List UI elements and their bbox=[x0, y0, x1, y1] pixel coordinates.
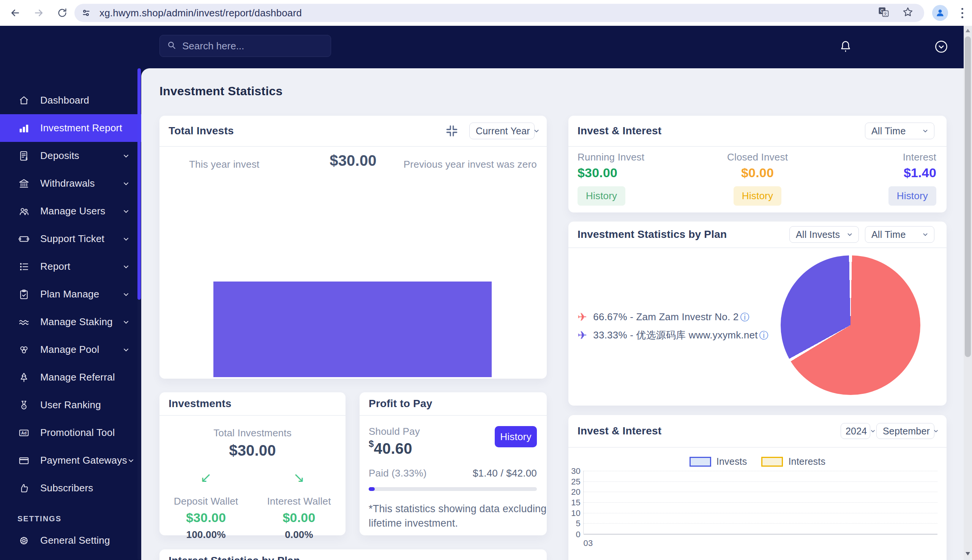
sidebar-item-withdrawals[interactable]: Withdrawals bbox=[0, 170, 141, 197]
sidebar-item-label: Plan Manage bbox=[40, 288, 99, 300]
month-select[interactable]: September bbox=[876, 423, 934, 439]
period-select[interactable]: Current Year bbox=[469, 123, 534, 139]
bookmark-star-icon[interactable] bbox=[902, 7, 914, 19]
chevron-down-icon bbox=[122, 235, 130, 243]
chevron-down-icon bbox=[122, 180, 130, 187]
tree-icon bbox=[17, 371, 30, 384]
card-title: Total Invests bbox=[169, 125, 234, 137]
card-title: Profit to Pay bbox=[369, 398, 433, 410]
wallet-label: Interest Wallet bbox=[252, 495, 346, 507]
search-input[interactable] bbox=[182, 40, 324, 52]
search-bar[interactable] bbox=[159, 35, 331, 57]
stat-label: Closed Invest bbox=[727, 152, 788, 163]
site-settings-icon[interactable] bbox=[81, 8, 91, 18]
sidebar-item-user-ranking[interactable]: User Ranking bbox=[0, 391, 141, 419]
notifications-bell-icon[interactable] bbox=[839, 40, 852, 55]
svg-text:$: $ bbox=[25, 156, 28, 160]
url-text[interactable]: xg.hwym.shop/admin/invest/report/dashboa… bbox=[100, 7, 302, 19]
plan-legend-text: 33.33% - 优选源码库 www.yxymk.net bbox=[593, 328, 758, 342]
ticket-icon bbox=[17, 233, 30, 245]
browser-menu-icon[interactable] bbox=[955, 6, 969, 20]
page-scrollbar-thumb[interactable] bbox=[965, 37, 971, 357]
year-select[interactable]: 2024 bbox=[841, 423, 870, 439]
sidebar-item-manage-pool[interactable]: Manage Pool bbox=[0, 336, 141, 363]
sidebar-item-subscribers[interactable]: Subscribers bbox=[0, 474, 141, 502]
home-icon bbox=[17, 94, 30, 107]
sidebar-item-investment-report[interactable]: Investment Report bbox=[0, 114, 141, 142]
chevron-down-icon bbox=[127, 457, 135, 464]
scrollbar-down-arrow[interactable] bbox=[965, 552, 970, 555]
forward-icon[interactable] bbox=[30, 0, 47, 26]
chevron-down-icon bbox=[122, 208, 130, 215]
sidebar-item-support-ticket[interactable]: Support Ticket bbox=[0, 225, 141, 253]
browser-chrome: xg.hwym.shop/admin/invest/report/dashboa… bbox=[0, 0, 972, 26]
total-invests-card: Total Invests Current Year This year inv… bbox=[159, 116, 547, 378]
main-content: Investment Statistics Total Invests Curr… bbox=[141, 68, 964, 560]
arrow-down-right-icon: ↘ bbox=[252, 470, 346, 486]
wallet-value: $0.00 bbox=[252, 510, 346, 525]
sidebar-item-manage-referral[interactable]: Manage Referral bbox=[0, 363, 141, 391]
history-button[interactable]: History bbox=[495, 426, 537, 447]
sidebar-item-deposits[interactable]: $ Deposits bbox=[0, 142, 141, 170]
wallet-label: Deposit Wallet bbox=[159, 495, 252, 507]
credit-card-icon bbox=[17, 454, 30, 467]
profile-dropdown-icon[interactable] bbox=[934, 40, 949, 55]
bar-chart-icon bbox=[17, 122, 30, 135]
users-icon bbox=[17, 205, 30, 218]
paid-progress-bar bbox=[369, 487, 537, 491]
this-year-invest-value: $30.00 bbox=[329, 152, 377, 169]
paid-ratio: $1.40 / $42.00 bbox=[473, 467, 537, 479]
sidebar-item-report[interactable]: Report bbox=[0, 253, 141, 280]
page-title: Investment Statistics bbox=[159, 84, 282, 98]
card-title: Invest & Interest bbox=[578, 425, 661, 437]
chart-legend: Invests Interests bbox=[568, 456, 947, 467]
sidebar-item-payment-gateways[interactable]: Payment Gateways bbox=[0, 447, 141, 474]
stat-label: Running Invest bbox=[578, 152, 644, 163]
scrollbar-up-arrow[interactable] bbox=[965, 29, 970, 32]
invest-interest-value: $30.00 bbox=[578, 165, 644, 180]
invest-interest-value: $1.40 bbox=[888, 165, 936, 180]
search-icon bbox=[167, 40, 177, 52]
sidebar-item-promotional-tool[interactable]: Ad Promotional Tool bbox=[0, 419, 141, 447]
closed-invest-history-button[interactable]: History bbox=[733, 186, 782, 206]
running-invest-history-button[interactable]: History bbox=[578, 186, 625, 206]
info-icon[interactable]: ⓘ bbox=[759, 329, 768, 342]
deposit-wallet-stat: Deposit Wallet $30.00 100.00% bbox=[159, 495, 252, 541]
svg-text:文: 文 bbox=[883, 12, 887, 16]
plane-icon: ✈ bbox=[578, 310, 587, 323]
stat-label: Interest bbox=[888, 152, 936, 163]
all-time-select[interactable]: All Time bbox=[865, 226, 934, 243]
sidebar-item-manage-staking[interactable]: Manage Staking bbox=[0, 308, 141, 336]
invest-interest-card: Invest & Interest All Time Running Inves… bbox=[568, 116, 947, 212]
sidebar-item-plan-manage[interactable]: Plan Manage bbox=[0, 280, 141, 308]
reload-icon[interactable] bbox=[54, 0, 71, 26]
sidebar-item-label: Payment Gateways bbox=[40, 455, 127, 466]
sidebar-item-manage-users[interactable]: Manage Users bbox=[0, 197, 141, 225]
year-invest-bar bbox=[214, 282, 492, 377]
info-icon[interactable]: ⓘ bbox=[740, 311, 749, 323]
url-bar[interactable]: xg.hwym.shop/admin/invest/report/dashboa… bbox=[74, 4, 924, 22]
sidebar-scrollbar-thumb[interactable] bbox=[137, 68, 141, 300]
sidebar-settings-menu: General Setting bbox=[0, 527, 141, 554]
plan-statistics-card: Investment Statistics by Plan All Invest… bbox=[568, 222, 947, 406]
interest-stat: Interest $1.40 History bbox=[888, 152, 936, 206]
this-year-invest-label: This year invest bbox=[189, 158, 259, 170]
collapse-icon[interactable] bbox=[445, 124, 459, 138]
wallet-percent: 100.00% bbox=[159, 529, 252, 541]
sidebar-item-label: Report bbox=[40, 261, 70, 272]
back-icon[interactable] bbox=[7, 0, 23, 26]
monthly-chart: 30 25 20 15 10 5 0 03 bbox=[583, 471, 937, 534]
total-investments-value: $30.00 bbox=[159, 442, 346, 459]
sidebar-item-dashboard[interactable]: Dashboard bbox=[0, 87, 141, 114]
profile-avatar[interactable] bbox=[932, 5, 948, 21]
arrow-down-left-icon: ↙ bbox=[159, 470, 252, 486]
card-title: Investments bbox=[169, 398, 232, 410]
sidebar-item-general-setting[interactable]: General Setting bbox=[0, 527, 141, 554]
interest-history-button[interactable]: History bbox=[888, 186, 936, 206]
sidebar-item-label: Manage Pool bbox=[40, 344, 99, 355]
translate-icon[interactable]: G文 bbox=[878, 7, 889, 19]
invests-legend-swatch bbox=[690, 457, 711, 467]
all-time-select[interactable]: All Time bbox=[865, 123, 934, 139]
all-invests-select[interactable]: All Invests bbox=[789, 226, 859, 243]
card-title: Investment Statistics by Plan bbox=[578, 228, 727, 240]
